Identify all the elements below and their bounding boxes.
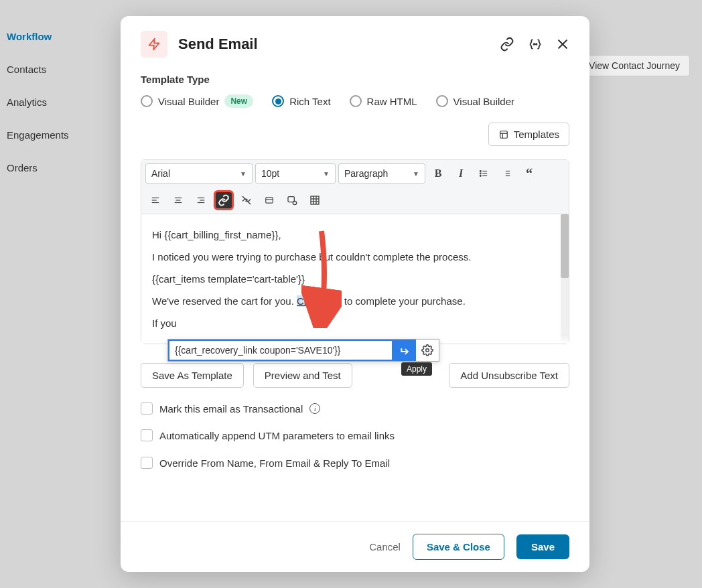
radio-label: Visual Builder xyxy=(453,96,514,107)
radio-icon xyxy=(141,95,153,107)
radio-rich-text[interactable]: Rich Text xyxy=(272,95,330,107)
transactional-label: Mark this email as Transactional xyxy=(159,403,303,415)
sidebar-item-contacts[interactable]: Contacts xyxy=(7,58,114,80)
transactional-checkbox-row: Mark this email as Transactional i xyxy=(141,402,569,415)
view-contact-journey-button[interactable]: View Contact Journey xyxy=(579,55,690,76)
override-checkbox[interactable] xyxy=(141,457,153,469)
modal-footer: Cancel Save & Close Save xyxy=(121,521,589,572)
font-family-select[interactable]: Arial▼ xyxy=(145,163,253,183)
svg-rect-31 xyxy=(311,196,319,204)
svg-marker-0 xyxy=(149,39,159,50)
transactional-checkbox[interactable] xyxy=(141,402,153,415)
add-unsubscribe-button[interactable]: Add Unsubscribe Text xyxy=(449,363,569,388)
bullet-list-button[interactable] xyxy=(474,163,494,183)
utm-checkbox-row: Automatically append UTM parameters to e… xyxy=(141,429,569,441)
svg-point-13 xyxy=(480,175,481,177)
cancel-button[interactable]: Cancel xyxy=(369,541,401,553)
save-and-close-button[interactable]: Save & Close xyxy=(413,534,504,560)
sidebar-item-analytics[interactable]: Analytics xyxy=(7,91,114,113)
templates-label: Templates xyxy=(514,129,559,140)
sidebar-item-workflow[interactable]: Workflow xyxy=(7,25,114,48)
templates-button[interactable]: Templates xyxy=(488,123,569,146)
new-badge: New xyxy=(224,94,253,108)
insert-table-button[interactable] xyxy=(305,190,325,210)
align-left-button[interactable] xyxy=(145,190,165,210)
send-email-modal: Send Email Template Type Visual Builder … xyxy=(121,16,589,572)
modal-body: Template Type Visual Builder New Rich Te… xyxy=(121,67,589,521)
radio-icon xyxy=(350,95,362,107)
sidebar-item-engagements[interactable]: Engagements xyxy=(7,124,114,146)
link-settings-button[interactable] xyxy=(416,340,439,361)
svg-point-11 xyxy=(480,171,481,172)
align-center-button[interactable] xyxy=(168,190,188,210)
bolt-icon xyxy=(141,31,167,58)
sidebar: Workflow Contacts Analytics Engagements … xyxy=(7,25,114,190)
apply-link-button[interactable] xyxy=(393,340,416,361)
svg-point-12 xyxy=(480,173,481,174)
save-as-template-button[interactable]: Save As Template xyxy=(141,363,244,388)
insert-media-button[interactable] xyxy=(282,190,302,210)
align-right-button[interactable] xyxy=(191,190,211,210)
modal-title: Send Email xyxy=(178,35,500,53)
number-list-button[interactable] xyxy=(496,163,516,183)
close-icon[interactable] xyxy=(556,38,569,51)
info-icon[interactable]: i xyxy=(309,403,320,414)
blockquote-button[interactable]: “ xyxy=(519,163,539,183)
radio-label: Rich Text xyxy=(289,96,330,107)
font-size-select[interactable]: 10pt▼ xyxy=(255,163,336,183)
svg-point-2 xyxy=(536,44,537,45)
insert-link-popup: Apply xyxy=(167,339,439,362)
template-type-radios: Visual Builder New Rich Text Raw HTML Vi… xyxy=(141,94,569,108)
radio-visual-builder[interactable]: Visual Builder xyxy=(436,95,514,107)
utm-checkbox[interactable] xyxy=(141,429,153,441)
svg-rect-5 xyxy=(500,131,507,138)
template-type-label: Template Type xyxy=(141,74,569,85)
link-url-input[interactable] xyxy=(168,340,393,361)
block-format-select[interactable]: Paragraph▼ xyxy=(338,163,425,183)
editor-toolbar: Arial▼ 10pt▼ Paragraph▼ B I “ xyxy=(141,160,569,214)
italic-button[interactable]: I xyxy=(451,163,471,183)
radio-icon xyxy=(272,95,284,107)
radio-visual-builder-new[interactable]: Visual Builder New xyxy=(141,94,253,108)
radio-raw-html[interactable]: Raw HTML xyxy=(350,95,417,107)
override-label: Override From Name, From Email & Reply T… xyxy=(159,457,390,469)
svg-point-37 xyxy=(426,349,429,352)
bold-button[interactable]: B xyxy=(428,163,448,183)
override-checkbox-row: Override From Name, From Email & Reply T… xyxy=(141,456,569,469)
scrollbar-track[interactable] xyxy=(561,214,569,344)
editor-content[interactable]: Hi {{cart_billing_first_name}}, I notice… xyxy=(141,214,569,344)
radio-icon xyxy=(436,95,448,107)
apply-tooltip: Apply xyxy=(401,362,432,376)
save-button[interactable]: Save xyxy=(516,534,569,559)
insert-image-button[interactable] xyxy=(259,190,279,210)
svg-rect-27 xyxy=(266,198,273,203)
insert-link-button[interactable] xyxy=(214,190,234,210)
unlink-button[interactable] xyxy=(236,190,257,210)
preview-and-test-button[interactable]: Preview and Test xyxy=(253,363,352,388)
modal-header: Send Email xyxy=(121,16,589,67)
rich-text-editor: Arial▼ 10pt▼ Paragraph▼ B I “ xyxy=(141,159,569,344)
scrollbar-thumb[interactable] xyxy=(561,214,569,278)
svg-point-30 xyxy=(293,201,296,204)
sidebar-item-orders[interactable]: Orders xyxy=(7,157,114,179)
selected-link-text[interactable]: Click here xyxy=(297,295,342,307)
utm-label: Automatically append UTM parameters to e… xyxy=(159,430,395,441)
merge-tags-icon[interactable] xyxy=(528,38,543,51)
radio-label: Visual Builder xyxy=(158,96,219,107)
link-icon[interactable] xyxy=(500,37,514,52)
radio-label: Raw HTML xyxy=(367,96,417,107)
svg-point-1 xyxy=(534,44,535,45)
